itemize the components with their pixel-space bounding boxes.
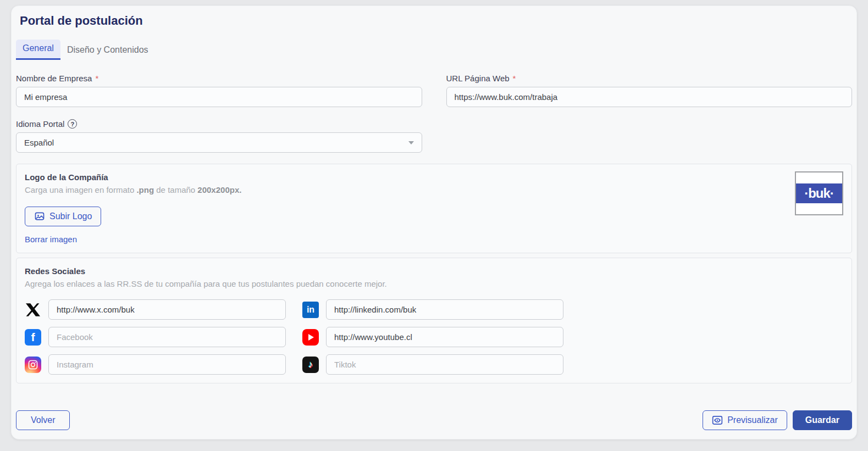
buk-logo: ·buk·	[796, 183, 842, 203]
youtube-url-input[interactable]	[326, 327, 563, 347]
required-asterisk: *	[95, 74, 98, 83]
x-link-row	[25, 299, 286, 320]
website-url-field: URL Página Web *	[446, 74, 853, 107]
x-url-input[interactable]	[48, 299, 286, 320]
website-url-input[interactable]	[446, 87, 853, 107]
save-button[interactable]: Guardar	[793, 410, 852, 430]
back-button[interactable]: Volver	[16, 410, 70, 430]
preview-button-label: Previsualizar	[727, 415, 778, 425]
logo-section-title: Logo de la Compañía	[25, 172, 843, 182]
company-logo-preview: ·buk·	[795, 171, 843, 215]
instagram-link-row	[25, 354, 286, 375]
logo-subtitle-prefix: Carga una imagen en formato	[25, 185, 136, 194]
linkedin-url-input[interactable]	[326, 299, 563, 320]
portal-language-label-text: Idioma Portal	[16, 119, 64, 129]
company-name-field: Nombre de Empresa *	[16, 74, 422, 107]
language-select[interactable]: Español	[16, 132, 422, 153]
language-select-value: Español	[24, 138, 54, 147]
logo-subtitle-size: 200x200px.	[197, 185, 241, 194]
youtube-icon	[302, 329, 319, 346]
upload-logo-button[interactable]: Subir Logo	[25, 207, 101, 226]
help-icon[interactable]: ?	[68, 119, 77, 129]
social-section: Redes Sociales Agrega los enlaces a las …	[16, 258, 852, 383]
image-icon	[34, 211, 45, 222]
company-name-label-text: Nombre de Empresa	[16, 74, 92, 83]
settings-card: Portal de postulación General Diseño y C…	[11, 5, 857, 439]
company-name-label: Nombre de Empresa *	[16, 74, 422, 83]
tiktok-icon: ♪	[302, 357, 319, 373]
facebook-url-input[interactable]	[48, 327, 286, 347]
eye-icon	[712, 415, 723, 426]
delete-image-link[interactable]: Borrar imagen	[25, 235, 77, 244]
website-url-label: URL Página Web *	[446, 74, 853, 83]
instagram-url-input[interactable]	[48, 354, 286, 375]
logo-subtitle-mid: de tamaño	[154, 185, 197, 194]
x-twitter-icon	[25, 302, 41, 318]
tab-diseno-y-contenidos[interactable]: Diseño y Contenidos	[60, 41, 155, 60]
general-form: Nombre de Empresa * URL Página Web * Idi…	[16, 74, 852, 153]
instagram-icon	[25, 357, 41, 373]
page-title: Portal de postulación	[16, 14, 852, 28]
company-name-input[interactable]	[16, 87, 422, 107]
social-section-subtitle: Agrega los enlaces a las RR.SS de tu com…	[25, 279, 843, 288]
portal-language-field: Idioma Portal ? Español	[16, 119, 422, 153]
footer-actions: Volver Previsualizar Guardar	[16, 410, 852, 430]
facebook-link-row: f	[25, 327, 286, 347]
tiktok-link-row: ♪	[302, 354, 563, 375]
logo-section-subtitle: Carga una imagen en formato .png de tama…	[25, 185, 843, 194]
facebook-icon: f	[25, 329, 41, 346]
chevron-down-icon	[408, 141, 414, 144]
logo-section: Logo de la Compañía Carga una imagen en …	[16, 164, 852, 253]
upload-logo-label: Subir Logo	[49, 211, 92, 221]
tiktok-url-input[interactable]	[326, 354, 563, 375]
preview-button[interactable]: Previsualizar	[703, 410, 787, 430]
website-url-label-text: URL Página Web	[446, 74, 510, 83]
linkedin-link-row: in	[302, 299, 563, 320]
tab-general[interactable]: General	[16, 40, 60, 60]
tab-bar: General Diseño y Contenidos	[16, 40, 852, 60]
portal-language-label: Idioma Portal ?	[16, 119, 422, 129]
youtube-link-row	[302, 327, 563, 347]
social-section-title: Redes Sociales	[25, 266, 843, 276]
logo-subtitle-format: .png	[136, 185, 154, 194]
social-links-grid: in f	[25, 299, 843, 375]
linkedin-icon: in	[302, 302, 319, 318]
required-asterisk: *	[513, 74, 516, 83]
back-button-label: Volver	[31, 415, 55, 425]
